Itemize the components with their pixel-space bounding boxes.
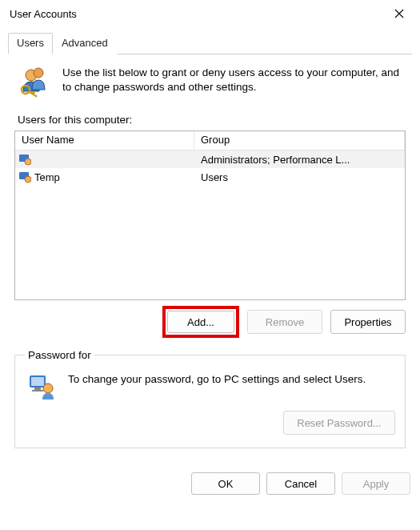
user-name: Temp [34, 171, 60, 183]
dialog-footer: OK Cancel Apply [0, 464, 420, 504]
intro-row: Use the list below to grant or deny user… [14, 66, 406, 110]
user-buttons-row: Add... Remove Properties [14, 310, 406, 338]
titlebar: User Accounts [0, 0, 420, 27]
tab-strip: Users Advanced [8, 32, 412, 54]
table-row[interactable]: Administrators; Performance L... [15, 151, 405, 168]
ok-button[interactable]: OK [191, 472, 260, 495]
column-header-group[interactable]: Group [194, 131, 405, 150]
user-icon [18, 171, 31, 183]
password-legend: Password for [25, 349, 94, 361]
close-button[interactable] [383, 2, 415, 26]
list-body: Administrators; Performance L... Temp Us… [15, 151, 405, 186]
remove-button: Remove [247, 310, 322, 334]
user-accounts-window: User Accounts Users Advanced Use the lis… [0, 0, 420, 530]
column-header-user[interactable]: User Name [15, 131, 194, 150]
apply-button: Apply [342, 472, 410, 495]
users-keys-icon [18, 66, 51, 99]
svg-rect-9 [34, 387, 41, 390]
properties-button[interactable]: Properties [330, 310, 406, 334]
svg-point-6 [25, 176, 31, 183]
svg-rect-8 [31, 377, 44, 386]
window-title: User Accounts [10, 8, 383, 20]
close-icon [394, 9, 404, 18]
table-row[interactable]: Temp Users [15, 168, 405, 186]
svg-rect-10 [32, 390, 43, 391]
svg-point-4 [25, 159, 31, 165]
dialog-content: Users Advanced Use the list below to gra… [0, 27, 420, 458]
reset-password-button: Reset Password... [283, 411, 395, 435]
svg-point-11 [43, 383, 53, 393]
user-icon [18, 153, 31, 166]
svg-point-1 [34, 68, 43, 78]
password-user-icon [28, 372, 55, 400]
add-button-highlight: Add... [162, 306, 239, 338]
list-header: User Name Group [15, 131, 405, 151]
password-group: Password for To change your password, go… [14, 349, 406, 448]
user-group: Users [194, 171, 405, 183]
tab-users[interactable]: Users [8, 33, 53, 54]
add-button[interactable]: Add... [167, 311, 234, 333]
list-label: Users for this computer: [18, 114, 406, 126]
intro-text: Use the list below to grant or deny user… [62, 66, 402, 94]
user-group: Administrators; Performance L... [194, 154, 405, 166]
tab-page-users: Use the list below to grant or deny user… [8, 54, 412, 458]
password-text: To change your password, go to PC settin… [68, 372, 366, 387]
tab-advanced[interactable]: Advanced [53, 33, 117, 54]
user-list[interactable]: User Name Group Administrators; Performa… [14, 130, 406, 300]
cancel-button[interactable]: Cancel [266, 472, 335, 495]
